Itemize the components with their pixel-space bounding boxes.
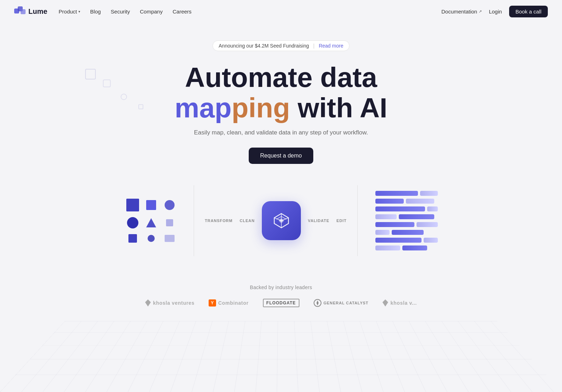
bar-row [375,230,443,235]
nav-links: Product ▾ Blog Security Company Careers [59,9,191,15]
shape-item [145,199,158,211]
nav-left: Lume Product ▾ Blog Security Company Car… [14,6,192,16]
transform-label: TRANSFORM [205,219,232,223]
nav-security[interactable]: Security [111,9,130,15]
bar-row [375,238,443,243]
bar-light [375,230,390,235]
announcement-divider: | [313,43,315,49]
shape-item [163,217,176,228]
bar [375,238,422,243]
nav-company[interactable]: Company [140,9,162,15]
circle-large [127,217,138,228]
logo[interactable]: Lume [14,6,47,16]
khosla-logo-1: khosla ventures [145,299,194,307]
triangle [146,218,156,227]
floodgate-logo: FLOODGATE [263,299,299,307]
grid-background [0,321,562,392]
bar [375,206,425,211]
bar-light [417,222,438,227]
title-with-ai: with AI [290,92,387,123]
navbar: Lume Product ▾ Blog Security Company Car… [0,0,562,23]
shape-item [126,234,139,243]
logos-row: khosla ventures Y Combinator FLOODGATE G… [145,299,417,307]
bar-row [375,222,443,227]
hero-title-line1: Automate data [185,62,377,93]
bar [399,214,434,219]
shapes-grid [119,192,183,250]
left-shapes-section [119,185,194,256]
external-link-icon: ↗ [479,9,482,14]
circle-small [148,235,155,242]
bar-row [375,206,443,211]
book-call-button[interactable]: Book a call [509,6,548,17]
hero-section: Announcing our $4.2M Seed Fundraising | … [0,23,562,307]
shape-item [145,234,158,243]
right-bars-section [357,185,443,256]
bar-light [375,214,397,219]
bar-light [406,199,434,204]
shape-item [163,199,176,211]
hero-title-line2: mapping with AI [175,93,387,123]
general-catalyst-logo: General Catalyst [314,299,369,307]
khosla-icon [145,299,151,307]
shape-item [126,199,139,211]
bar [402,245,427,250]
title-map-purple: map [175,92,231,123]
bar-light [420,191,438,196]
center-pipeline-section: TRANSFORM CLEAN VALIDATE EDIT [194,201,357,240]
bar [375,191,418,196]
bar-row [375,214,443,219]
bar-row [375,199,443,204]
logo-text: Lume [28,7,47,16]
chevron-down-icon: ▾ [78,10,80,13]
nav-right: Documentation ↗ Login Book a call [441,6,548,17]
bar-row [375,191,443,196]
documentation-link[interactable]: Documentation ↗ [441,9,482,15]
cube-icon [271,211,291,231]
circle-medium [165,200,175,210]
bar-row [375,245,443,250]
title-map-orange: ping [232,92,290,123]
announcement-banner: Announcing our $4.2M Seed Fundraising | … [213,40,349,51]
bar-light [424,238,438,243]
square-medium [146,200,156,210]
center-cube [262,201,301,240]
bar-light [427,206,438,211]
square-large [126,199,139,211]
rect-shape [165,235,175,242]
edit-label: EDIT [336,219,347,223]
bar [392,230,424,235]
backed-by-title: Backed by industry leaders [145,285,417,290]
hero-subtitle: Easily map, clean, and validate data in … [194,129,368,136]
request-demo-button[interactable]: Request a demo [249,148,313,164]
logo-icon [14,6,26,16]
clean-label: CLEAN [239,219,254,223]
khosla-icon-2 [382,299,388,307]
khosla-logo-2: khosla v... [382,299,417,307]
bar [375,199,404,204]
login-link[interactable]: Login [489,9,502,15]
gc-icon [314,299,321,307]
bar [375,222,414,227]
bars-illustration [375,191,443,250]
nav-careers[interactable]: Careers [172,9,191,15]
illustration-container: TRANSFORM CLEAN VALIDATE EDIT [86,185,476,256]
svg-rect-2 [21,9,26,14]
shape-item [126,217,139,228]
square-small-dark [128,234,137,243]
nav-product[interactable]: Product ▾ [59,9,80,15]
yc-logo: Y Combinator [209,299,248,307]
square-small-light [166,219,173,226]
nav-blog[interactable]: Blog [90,9,101,15]
announcement-text: Announcing our $4.2M Seed Fundraising [219,43,309,49]
backed-by-section: Backed by industry leaders khosla ventur… [145,285,417,307]
shape-item [145,217,158,228]
bar-light [375,245,400,250]
read-more-link[interactable]: Read more [319,43,343,49]
hero-wrapper: Announcing our $4.2M Seed Fundraising | … [0,23,562,307]
validate-label: VALIDATE [308,219,329,223]
shape-item [163,234,176,243]
hero-title: Automate data mapping with AI [175,62,387,123]
